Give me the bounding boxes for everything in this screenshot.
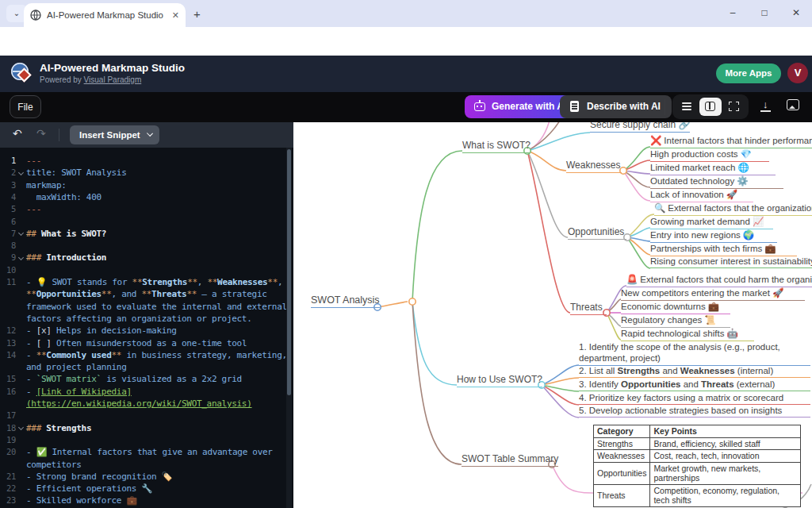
map-node-threats[interactable]: Threats: [570, 302, 607, 315]
fold-chevron-icon[interactable]: [18, 425, 24, 430]
table-cell: Opportunities: [594, 462, 650, 484]
download-icon: ↓: [763, 98, 768, 110]
map-node-weaknesses[interactable]: Weaknesses: [566, 160, 622, 173]
line-content: - [ ] Often misunderstood as a one-time …: [26, 337, 247, 349]
line-content: markmap:: [26, 179, 67, 191]
scrollbar-thumb[interactable]: [287, 149, 291, 395]
line-number: 16: [0, 386, 16, 398]
tab-close-icon[interactable]: ✕: [172, 10, 179, 21]
export-image-button[interactable]: [787, 99, 799, 110]
map-node-opportunities[interactable]: Opportunities: [568, 226, 626, 240]
editor-line[interactable]: 19: [0, 434, 293, 446]
editor-line[interactable]: and project planning: [0, 361, 293, 373]
editor-line[interactable]: 15- `SWOT matrix` is visualized as a 2x2…: [0, 373, 293, 385]
line-number: 17: [0, 410, 16, 421]
fold-chevron-icon[interactable]: [18, 170, 24, 175]
more-apps-button[interactable]: More Apps: [716, 64, 781, 83]
map-item: 5. Develop actionable strategies based o…: [579, 406, 810, 418]
line-number: 2: [0, 167, 16, 179]
editor-line[interactable]: 14- **Commonly used** in business strate…: [0, 349, 293, 361]
window-minimize-button[interactable]: –: [717, 0, 749, 25]
window-close-button[interactable]: ✕: [780, 0, 812, 25]
map-node-root[interactable]: SWOT Analysis: [311, 294, 380, 308]
editor-line[interactable]: 13- [ ] Often misunderstood as a one-tim…: [0, 337, 293, 349]
map-node-cutoff[interactable]: Secure supply chain 🔗: [590, 122, 690, 133]
document-icon: [570, 101, 579, 112]
editor-line[interactable]: 20- ✅ Internal factors that give an adva…: [0, 446, 293, 458]
editor-line[interactable]: 22- Efficient operations 🔧: [0, 483, 293, 495]
editor-line[interactable]: 3markmap:: [0, 179, 293, 191]
editor-line[interactable]: 23- Skilled workforce 💼: [0, 495, 293, 506]
visual-paradigm-link[interactable]: Visual Paradigm: [84, 75, 142, 84]
editor-line[interactable]: 7## What is SWOT?: [0, 228, 293, 240]
map-node-tablesum[interactable]: SWOT Table Summary: [462, 453, 558, 467]
map-item-label: Rising consumer interest in sustainabili…: [650, 256, 812, 266]
line-content: ---: [26, 155, 41, 167]
editor-line[interactable]: competitors: [0, 459, 293, 471]
describe-with-ai-button[interactable]: Describe with AI: [560, 95, 672, 118]
line-number: 15: [0, 373, 16, 385]
new-tab-button[interactable]: +: [193, 7, 201, 21]
editor-toolbar: ↶ ↷ Insert Snippet: [0, 122, 293, 148]
table-row: WeaknessesCost, reach, tech, innovation: [594, 450, 801, 463]
table-row: OpportunitiesMarket growth, new markets,…: [594, 462, 801, 484]
line-content: (https://en.wikipedia.org/wiki/SWOT_anal…: [26, 398, 252, 410]
browser-tab-strip: ⌄ AI-Powered Markmap Studio ✕ + – □ ✕: [0, 0, 812, 27]
editor-line[interactable]: 2title: SWOT Analysis: [0, 167, 293, 179]
map-item: Entry into new regions🌍: [650, 229, 777, 243]
fullscreen-button[interactable]: [723, 98, 745, 116]
markmap-canvas[interactable]: SWOT AnalysisWhat is SWOT?WeaknessesOppo…: [293, 122, 812, 508]
map-item-label: Growing market demand: [650, 217, 750, 226]
line-number: 7: [0, 228, 16, 240]
editor-line[interactable]: 17: [0, 410, 293, 421]
download-button[interactable]: ↓: [760, 98, 772, 113]
code-editor[interactable]: 1---2title: SWOT Analysis3markmap:4 maxW…: [0, 148, 293, 508]
fold-chevron-icon[interactable]: [18, 255, 24, 260]
browser-tab[interactable]: AI-Powered Markmap Studio ✕: [24, 3, 186, 27]
editor-line[interactable]: 8: [0, 240, 293, 252]
editor-line[interactable]: 21- Strong brand recognition 🏷️: [0, 471, 293, 483]
list-view-icon: [682, 102, 691, 110]
mindmap-link: [623, 171, 650, 201]
editor-view-button[interactable]: [676, 98, 698, 116]
map-item-label: 1. Identify the scope of the analysis (e…: [579, 342, 780, 363]
insert-snippet-label: Insert Snippet: [79, 130, 140, 140]
editor-line[interactable]: 4 maxWidth: 400: [0, 191, 293, 203]
editor-line[interactable]: 10: [0, 264, 293, 276]
undo-icon[interactable]: ↶: [13, 127, 22, 140]
file-menu-button[interactable]: File: [10, 95, 41, 118]
map-node-what[interactable]: What is SWOT?: [462, 140, 530, 153]
editor-line[interactable]: 11- 💡 SWOT stands for **Strengths**, **W…: [0, 276, 293, 288]
fold-chevron-icon[interactable]: [18, 230, 24, 236]
split-view-button[interactable]: [699, 98, 722, 116]
threats-item-icon: 📜: [704, 315, 715, 325]
threats-item-icon: 🤖: [726, 329, 737, 338]
mindmap-link: [412, 151, 462, 302]
generate-label: Generate with AI: [492, 101, 566, 112]
map-item: Growing market demand📈: [650, 216, 773, 229]
map-node-howto[interactable]: How to Use SWOT?: [457, 374, 542, 387]
map-item: 2. List all Strengths and Weaknesses (in…: [579, 366, 810, 378]
editor-line[interactable]: factors affecting an organization or pro…: [0, 313, 293, 325]
editor-line[interactable]: 6: [0, 216, 293, 228]
map-item: Rising consumer interest in sustainabili…: [650, 256, 812, 268]
brand-badge[interactable]: V: [787, 63, 808, 83]
editor-line[interactable]: framework used to evaluate the internal …: [0, 301, 293, 313]
editor-scrollbar[interactable]: [286, 148, 292, 508]
insert-snippet-button[interactable]: Insert Snippet: [70, 125, 159, 144]
editor-line[interactable]: 9### Introduction: [0, 252, 293, 264]
editor-line[interactable]: 12- [x] Helps in decision-making: [0, 325, 293, 337]
editor-line[interactable]: 5---: [0, 203, 293, 215]
line-number: 5: [0, 203, 16, 215]
redo-icon[interactable]: ↷: [36, 127, 46, 140]
window-maximize-button[interactable]: □: [749, 0, 780, 25]
editor-line[interactable]: 1---: [0, 155, 293, 167]
editor-line[interactable]: (https://en.wikipedia.org/wiki/SWOT_anal…: [0, 398, 293, 410]
editor-line[interactable]: **Opportunities**, and **Threats** — a s…: [0, 288, 293, 300]
map-item-label: Lack of innovation: [650, 190, 724, 199]
editor-line[interactable]: 16- [Link of Wikipedia]: [0, 386, 293, 398]
map-item: 🔍External factors that the organization …: [654, 202, 812, 216]
mindmap-link: [527, 122, 563, 151]
editor-line[interactable]: 18### Strengths: [0, 422, 293, 434]
node-toggle-circle[interactable]: [409, 298, 416, 305]
